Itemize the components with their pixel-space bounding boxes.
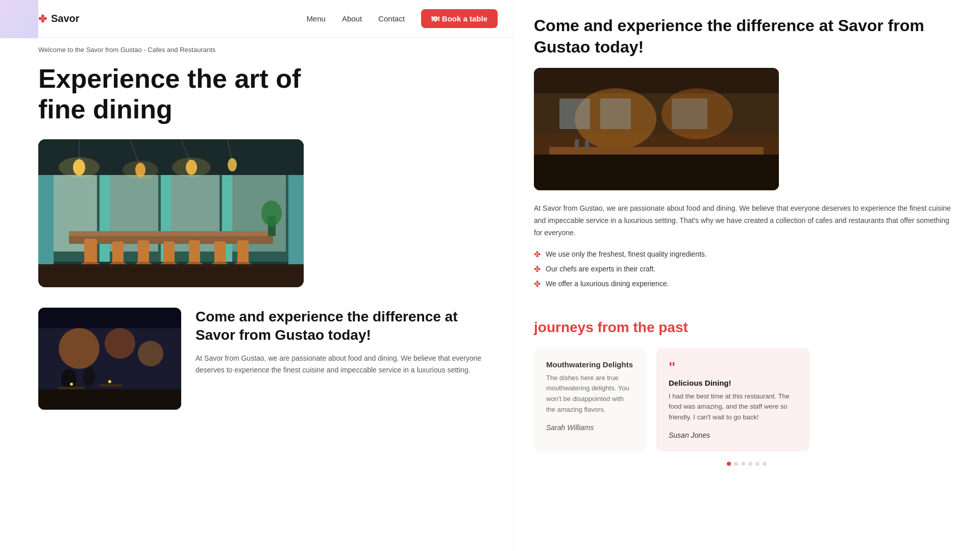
- svg-rect-24: [112, 241, 124, 264]
- svg-point-53: [108, 380, 111, 383]
- hero-title: Experience the art of fine dining: [38, 64, 498, 125]
- svg-rect-61: [600, 98, 631, 129]
- section-img-svg: [38, 308, 181, 410]
- feature-item-3: ✤ We offer a luxurious dining experience…: [534, 279, 960, 289]
- feature-icon-3: ✤: [534, 279, 541, 289]
- main-content-area: ✤ Savor Menu About Contact 🍽 Book a tabl…: [38, 0, 513, 551]
- svg-rect-54: [38, 389, 181, 410]
- restaurant-illustration: [38, 139, 304, 287]
- book-label: Book a table: [442, 14, 487, 23]
- svg-point-40: [59, 157, 100, 178]
- testimonial-title-1: Delicious Dining!: [669, 379, 797, 387]
- svg-point-49: [83, 367, 95, 386]
- section-text: Come and experience the difference at Sa…: [195, 308, 498, 376]
- svg-rect-30: [189, 240, 200, 264]
- brand-name: Savor: [51, 13, 80, 24]
- svg-rect-62: [672, 98, 707, 129]
- logo-icon: ✤: [38, 13, 47, 25]
- feature-icon-2: ✤: [534, 264, 541, 274]
- feature-item-2: ✤ Our chefs are experts in their craft.: [534, 264, 960, 274]
- svg-rect-37: [38, 266, 304, 267]
- svg-point-48: [61, 369, 77, 389]
- testimonial-text-partial: The dishes here are true mouthwatering d…: [546, 373, 634, 415]
- book-icon: 🍽: [431, 14, 439, 23]
- restaurant-img-inner: [38, 139, 304, 287]
- svg-rect-4: [100, 170, 110, 262]
- breadcrumb: Welcome to the Savor from Gustao - Cafes…: [38, 38, 498, 64]
- nav-about[interactable]: About: [342, 14, 362, 23]
- right-img-svg: [534, 68, 779, 190]
- svg-rect-34: [237, 240, 249, 264]
- svg-point-51: [70, 383, 73, 386]
- dot-1[interactable]: [727, 462, 731, 466]
- testimonials-title-text: ourneys from the past: [538, 319, 688, 335]
- svg-rect-22: [84, 239, 97, 264]
- testimonial-author-1: Susan Jones: [669, 431, 797, 439]
- svg-rect-64: [575, 139, 579, 148]
- svg-point-39: [261, 201, 282, 226]
- restaurant-hero-image: [38, 139, 304, 287]
- book-table-button[interactable]: 🍽 Book a table: [421, 9, 498, 28]
- dot-6[interactable]: [763, 462, 767, 466]
- section-description: At Savor from Gustao, we are passionate …: [195, 353, 498, 375]
- testimonials-title-accent: j: [534, 319, 538, 335]
- feature-list: ✤ We use only the freshest, finest quali…: [534, 249, 960, 289]
- svg-rect-50: [59, 387, 84, 389]
- right-description: At Savor from Gustao, we are passionate …: [534, 203, 960, 239]
- nav-contact[interactable]: Contact: [378, 14, 405, 23]
- navbar: ✤ Savor Menu About Contact 🍽 Book a tabl…: [38, 0, 513, 38]
- testimonials-title: journeys from the past: [534, 319, 960, 336]
- svg-point-41: [122, 161, 158, 179]
- section-title: Come and experience the difference at Sa…: [195, 308, 498, 345]
- svg-rect-52: [100, 384, 122, 387]
- carousel-dots: [534, 462, 960, 466]
- svg-rect-36: [38, 264, 304, 287]
- svg-rect-60: [559, 98, 590, 129]
- dot-2[interactable]: [734, 462, 738, 466]
- dot-5[interactable]: [755, 462, 760, 466]
- svg-rect-63: [549, 147, 764, 155]
- feature-text-3: We offer a luxurious dining experience.: [546, 280, 669, 288]
- main-inner: Welcome to the Savor from Gustao - Cafes…: [38, 38, 513, 410]
- right-panel: Come and experience the difference at Sa…: [513, 0, 980, 551]
- testimonial-card-partial: Mouthwatering Delights The dishes here a…: [534, 348, 646, 452]
- logo: ✤ Savor: [38, 13, 80, 25]
- testimonial-title-partial: Mouthwatering Delights: [546, 360, 634, 369]
- svg-rect-21: [69, 231, 273, 236]
- svg-point-46: [105, 328, 135, 359]
- svg-point-42: [172, 158, 211, 177]
- right-hero-title: Come and experience the difference at Sa…: [534, 15, 960, 58]
- nav-links: Menu About Contact 🍽 Book a table: [306, 9, 498, 28]
- testimonials-section: journeys from the past Mouthwatering Del…: [534, 319, 960, 466]
- testimonial-text-1: I had the best time at this restaurant. …: [669, 391, 797, 423]
- svg-rect-66: [534, 155, 779, 190]
- testimonial-card-1: " Delicious Dining! I had the best time …: [656, 348, 810, 452]
- section-restaurant-image: [38, 308, 181, 410]
- hero-title-line2: fine dining: [38, 94, 173, 124]
- svg-point-47: [138, 341, 163, 366]
- right-about-section: Come and experience the difference at Sa…: [534, 15, 960, 289]
- bottom-section: Come and experience the difference at Sa…: [38, 287, 498, 410]
- hero-title-line1: Experience the art of: [38, 64, 301, 93]
- svg-point-19: [228, 158, 237, 171]
- svg-rect-26: [138, 240, 149, 264]
- svg-point-45: [59, 328, 100, 369]
- dot-3[interactable]: [741, 462, 745, 466]
- svg-rect-32: [214, 241, 226, 264]
- svg-rect-65: [585, 140, 589, 148]
- feature-text-2: Our chefs are experts in their craft.: [546, 265, 656, 273]
- testimonial-author-partial: Sarah Williams: [546, 423, 634, 432]
- feature-icon-1: ✤: [534, 249, 541, 259]
- right-hero-image: [534, 68, 779, 190]
- svg-rect-28: [163, 241, 175, 264]
- feature-item-1: ✤ We use only the freshest, finest quali…: [534, 249, 960, 259]
- feature-text-1: We use only the freshest, finest quality…: [546, 250, 707, 258]
- quote-mark-icon: ": [669, 360, 797, 374]
- testimonial-cards: Mouthwatering Delights The dishes here a…: [534, 348, 960, 452]
- nav-menu[interactable]: Menu: [306, 14, 326, 23]
- dot-4[interactable]: [748, 462, 752, 466]
